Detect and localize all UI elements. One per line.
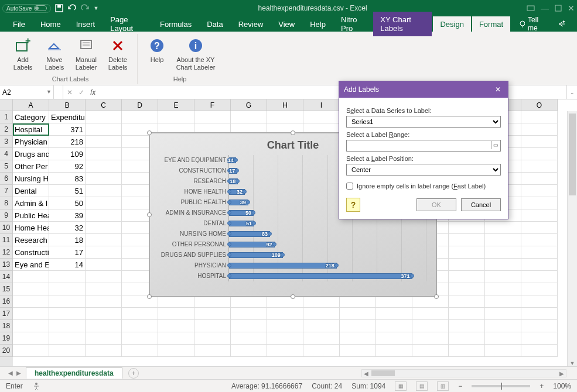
position-select[interactable]: Center <box>346 164 501 176</box>
share-icon[interactable] <box>552 19 571 29</box>
cell[interactable] <box>86 332 122 345</box>
cell[interactable]: 32 <box>49 222 86 234</box>
column-header[interactable]: A <box>13 99 49 111</box>
cell[interactable] <box>485 234 521 246</box>
ignore-empty-checkbox[interactable]: Ignore empty cells in label range (Fast … <box>346 183 501 190</box>
cell[interactable] <box>412 320 449 332</box>
cell[interactable] <box>449 320 485 332</box>
cell[interactable] <box>86 308 122 320</box>
cancel-formula-icon[interactable]: ✕ <box>67 88 73 97</box>
cell[interactable] <box>267 345 303 357</box>
cell[interactable] <box>340 308 376 320</box>
view-pagelayout-icon[interactable]: ▤ <box>416 381 428 391</box>
tell-me-search[interactable]: Tell me <box>513 16 551 32</box>
cell[interactable] <box>49 283 86 295</box>
cell[interactable]: Eye and Eq <box>13 259 49 271</box>
cell[interactable]: 83 <box>49 173 86 185</box>
fx-icon[interactable]: fx <box>90 88 95 97</box>
qat-dropdown-icon[interactable]: ▼ <box>93 5 98 11</box>
chart-bar[interactable]: 92 <box>229 242 275 247</box>
help-button[interactable]: ? Help <box>144 35 170 71</box>
cell[interactable] <box>158 320 194 332</box>
tab-nitro[interactable]: Nitro Pro <box>334 12 372 36</box>
row-header[interactable]: 17 <box>0 308 13 320</box>
cell[interactable] <box>449 234 485 246</box>
column-header[interactable]: G <box>231 99 267 111</box>
cell[interactable] <box>303 111 340 123</box>
cell[interactable] <box>521 160 558 173</box>
view-pagebreak-icon[interactable]: ▥ <box>437 381 449 391</box>
manual-labeler-button[interactable]: Manual Labeler <box>73 35 100 71</box>
tab-xychartlabels[interactable]: XY Chart Labels <box>373 12 432 36</box>
chart-bar[interactable]: 39 <box>229 200 248 205</box>
cell[interactable] <box>86 123 122 136</box>
ribbon-display-icon[interactable] <box>527 4 535 12</box>
cell[interactable]: 14 <box>49 259 86 271</box>
row-header[interactable]: 20 <box>0 345 13 357</box>
cell[interactable] <box>86 222 122 234</box>
cell[interactable] <box>49 271 86 283</box>
row-header[interactable]: 12 <box>0 246 13 259</box>
cell[interactable] <box>521 271 558 283</box>
redo-icon[interactable] <box>80 4 90 13</box>
row-header[interactable]: 15 <box>0 283 13 295</box>
series-select[interactable]: Series1 <box>346 116 501 128</box>
cell[interactable] <box>485 295 521 308</box>
chart-bar[interactable]: 109 <box>229 252 283 258</box>
cell[interactable] <box>122 308 158 320</box>
cell[interactable] <box>49 332 86 345</box>
scrollbar-thumb[interactable] <box>569 114 576 195</box>
cell[interactable]: Nursing H <box>13 173 49 185</box>
cell[interactable]: Admin & I <box>13 197 49 209</box>
tab-review[interactable]: Review <box>231 16 271 32</box>
cell[interactable]: 39 <box>49 209 86 222</box>
cell[interactable] <box>86 283 122 295</box>
cell[interactable] <box>485 222 521 234</box>
chart-bar[interactable]: 50 <box>229 210 254 216</box>
cell[interactable] <box>86 173 122 185</box>
row-header[interactable]: 11 <box>0 234 13 246</box>
cell[interactable]: Expenditures <box>49 111 86 123</box>
column-header[interactable]: D <box>122 99 158 111</box>
cell[interactable] <box>86 160 122 173</box>
cell[interactable] <box>86 185 122 197</box>
cell[interactable] <box>13 345 49 357</box>
vertical-scrollbar[interactable]: ▲ ▼ <box>567 111 577 366</box>
undo-icon[interactable] <box>67 4 77 13</box>
zoom-slider[interactable] <box>472 385 530 387</box>
about-button[interactable]: i About the XY Chart Labeler <box>175 35 216 71</box>
cell[interactable]: Dental <box>13 185 49 197</box>
cell[interactable] <box>521 111 558 123</box>
cell[interactable] <box>13 332 49 345</box>
column-header[interactable]: I <box>303 99 340 111</box>
cell[interactable] <box>521 123 558 136</box>
cell[interactable] <box>86 197 122 209</box>
maximize-icon[interactable] <box>555 5 562 12</box>
cell[interactable] <box>194 332 231 345</box>
cell[interactable] <box>267 295 303 308</box>
cell[interactable] <box>376 308 412 320</box>
cell[interactable] <box>449 308 485 320</box>
zoom-out-icon[interactable]: − <box>458 382 462 390</box>
cell[interactable] <box>194 320 231 332</box>
cell[interactable] <box>86 111 122 123</box>
cell[interactable] <box>158 111 194 123</box>
cell[interactable] <box>303 295 340 308</box>
cell[interactable]: Constructi <box>13 246 49 259</box>
cell[interactable] <box>485 332 521 345</box>
resize-handle-icon[interactable] <box>434 294 439 299</box>
row-header[interactable]: 9 <box>0 209 13 222</box>
cell[interactable] <box>521 222 558 234</box>
row-header[interactable]: 14 <box>0 271 13 283</box>
row-headers[interactable]: 1234567891011121314151617181920 <box>0 111 13 366</box>
cell[interactable] <box>267 332 303 345</box>
cell[interactable] <box>376 295 412 308</box>
cell[interactable] <box>521 332 558 345</box>
cell[interactable] <box>521 246 558 259</box>
cell[interactable] <box>122 332 158 345</box>
cell[interactable] <box>158 345 194 357</box>
cell[interactable] <box>231 320 267 332</box>
cell[interactable] <box>340 332 376 345</box>
row-header[interactable]: 10 <box>0 222 13 234</box>
cell[interactable]: Other Per <box>13 160 49 173</box>
